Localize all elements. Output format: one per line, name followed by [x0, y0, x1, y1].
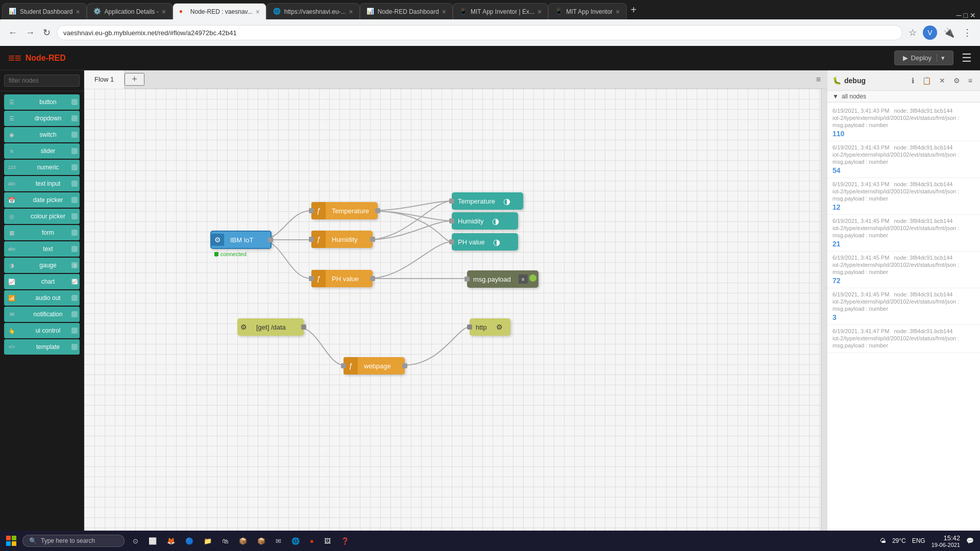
flow-canvas-container[interactable]: ⚙ IBM IoT ● connected ƒ Temperature — [84, 89, 827, 551]
sidebar-item-switch[interactable]: ◉ switch — [4, 127, 80, 142]
sidebar-item-template[interactable]: </> template — [4, 339, 80, 355]
tab-7-close[interactable]: × — [616, 8, 620, 16]
sidebar-item-notification[interactable]: ✉ notification — [4, 307, 80, 322]
taskbar-app-explorer[interactable]: 📁 — [200, 536, 216, 546]
sidebar-item-date-picker[interactable]: 📅 date picker — [4, 192, 80, 208]
flow-node-temperature-func[interactable]: ƒ Temperature — [311, 202, 378, 219]
debug-copy-button[interactable]: 📋 — [920, 75, 934, 86]
taskbar-app-dropbox[interactable]: 📦 — [235, 536, 251, 546]
profile-button[interactable]: V — [923, 26, 937, 40]
more-button[interactable]: ⋮ — [961, 25, 974, 40]
sidebar-item-chart[interactable]: 📈 chart 📈 — [4, 274, 80, 289]
reload-button[interactable]: ↻ — [41, 25, 53, 40]
ph-value-dash-input-port — [449, 239, 454, 244]
sidebar-item-numeric[interactable]: 123 numeric — [4, 160, 80, 175]
taskbar-app-chrome[interactable]: 🔵 — [181, 536, 198, 546]
new-tab-button[interactable]: + — [627, 4, 641, 16]
debug-entry-timestamp: 6/19/2021, 3:41:45 PM node: 3f84dc91.bcb… — [832, 291, 975, 297]
http-out-label: http — [470, 323, 493, 331]
add-flow-tab-button[interactable]: + — [125, 73, 144, 86]
browser-tab-7[interactable]: 📱 MIT App Inventor × — [548, 3, 626, 19]
debug-info-button[interactable]: ℹ — [909, 75, 917, 86]
flow-node-humidity-func[interactable]: ƒ Humidity — [311, 231, 373, 248]
tab-5-close[interactable]: × — [442, 8, 446, 16]
ph-value-dash-label: PH value — [452, 238, 491, 246]
flow-node-ph-value-dash[interactable]: PH value ◑ — [452, 233, 518, 251]
flow-node-temperature-dash[interactable]: Temperature ◑ — [452, 192, 523, 210]
sidebar-item-form[interactable]: ▦ form — [4, 225, 80, 240]
msg-payload-indicator — [529, 274, 536, 282]
sidebar-item-dropdown[interactable]: ☰ dropdown — [4, 111, 80, 126]
deploy-label: Deploy — [911, 54, 932, 62]
sidebar-item-button[interactable]: ☰ button — [4, 94, 80, 110]
sidebar-item-colour-picker[interactable]: ◎ colour picker — [4, 209, 80, 224]
maximize-button[interactable]: □ — [964, 11, 968, 19]
tab-7-title: MIT App Inventor — [566, 8, 612, 15]
debug-list-button[interactable]: ≡ — [966, 75, 975, 86]
browser-tab-1[interactable]: 📊 Student Dashboard × — [2, 3, 87, 19]
taskbar-app-edge[interactable]: 🌐 — [287, 536, 304, 546]
taskbar-app-cortana[interactable]: ⊙ — [129, 536, 142, 546]
flow-node-msg-payload[interactable]: msg.payload ≡ — [467, 270, 538, 288]
debug-filter-button[interactable]: ✕ — [937, 75, 948, 86]
taskbar-app-firefox[interactable]: 🦊 — [163, 536, 179, 546]
webpage-label: webpage — [358, 362, 397, 370]
browser-tab-2[interactable]: ⚙️ Application Details - × — [87, 3, 173, 19]
flow-scrollbar-vertical[interactable] — [821, 89, 827, 545]
notifications-icon[interactable]: 💬 — [966, 537, 974, 544]
weather-icon: 🌤 — [880, 537, 886, 544]
sidebar-item-gauge[interactable]: ◑ gauge ◑ — [4, 258, 80, 273]
start-button[interactable] — [0, 536, 22, 546]
humidity-func-label: Humidity — [326, 236, 364, 243]
flow-node-http-out[interactable]: http ⚙ — [470, 318, 510, 336]
tab-2-close[interactable]: × — [162, 8, 166, 16]
flow-node-humidity-dash[interactable]: Humidity ◑ — [452, 212, 518, 230]
taskbar-app-store[interactable]: 🛍 — [218, 536, 233, 546]
flow-tab-1[interactable]: Flow 1 — [84, 70, 125, 89]
flow-tab-list-button[interactable]: ≡ — [810, 75, 827, 84]
flow-node-ibm-iot[interactable]: ⚙ IBM IoT ● connected — [210, 231, 272, 249]
taskbar-app-taskview[interactable]: ⬜ — [144, 536, 161, 546]
sidebar-item-ui-control[interactable]: 👆 ui control — [4, 323, 80, 338]
sidebar-item-text[interactable]: abc text — [4, 241, 80, 257]
slider-node-label: slider — [19, 147, 77, 155]
hamburger-menu[interactable]: ☰ — [962, 52, 972, 65]
flow-node-get-data[interactable]: ⚙ [get] /data — [237, 318, 304, 336]
taskbar-app-red[interactable]: ● — [306, 536, 318, 546]
sidebar-item-audio-out[interactable]: 📶 audio out — [4, 290, 80, 306]
gauge-node-handle: ◑ — [71, 262, 78, 268]
forward-button[interactable]: → — [23, 26, 37, 40]
address-bar[interactable]: vaeshnavi.eu-gb.mybluemix.net/red/#flow/… — [57, 25, 902, 40]
browser-tab-4[interactable]: 🌐 https://vaeshnavi.eu-... × — [266, 3, 360, 19]
flow-node-webpage[interactable]: ƒ webpage — [344, 357, 405, 374]
tab-1-close[interactable]: × — [76, 8, 80, 16]
flow-canvas[interactable]: ⚙ IBM IoT ● connected ƒ Temperature — [84, 89, 827, 551]
close-window-button[interactable]: ✕ — [970, 11, 976, 19]
sidebar-item-slider[interactable]: ≡ slider — [4, 143, 80, 159]
taskbar-app-photos[interactable]: 🖼 — [320, 536, 335, 546]
taskbar-search[interactable]: 🔍 Type here to search — [22, 535, 125, 547]
text-node-icon: abc — [7, 244, 16, 254]
taskbar-app-amazon[interactable]: 📦 — [253, 536, 270, 546]
sidebar-item-text-input[interactable]: abc text input — [4, 176, 80, 191]
bookmark-button[interactable]: ☆ — [906, 25, 919, 40]
taskbar-clock[interactable]: 15:42 19-06-2021 — [932, 534, 960, 548]
extensions-button[interactable]: 🔌 — [941, 25, 957, 40]
deploy-button[interactable]: ▶ Deploy ▾ — [894, 51, 953, 65]
flow-node-ph-value-func[interactable]: ƒ PH value — [311, 270, 373, 287]
back-button[interactable]: ← — [6, 26, 19, 40]
deploy-dropdown[interactable]: ▾ — [937, 54, 945, 62]
tab-6-close[interactable]: × — [537, 8, 542, 16]
taskbar-app-mail[interactable]: ✉ — [272, 536, 285, 546]
debug-entry-timestamp: 6/19/2021, 3:41:43 PM node: 3f84dc91.bcb… — [832, 181, 975, 187]
filter-nodes-input[interactable] — [4, 74, 80, 87]
debug-settings-button[interactable]: ⚙ — [951, 75, 963, 86]
app: ≡≡ Node-RED ▶ Deploy ▾ ☰ ☰ button — [0, 46, 980, 551]
taskbar-app-help[interactable]: ❓ — [337, 536, 353, 546]
browser-tab-6[interactable]: 📱 MIT App Inventor | Ex... × — [453, 3, 548, 19]
minimize-button[interactable]: ─ — [957, 11, 962, 19]
tab-3-close[interactable]: × — [256, 8, 260, 16]
browser-tab-5[interactable]: 📊 Node-RED Dashboard × — [360, 3, 453, 19]
browser-tab-3[interactable]: ● Node-RED : vaesnav... × — [173, 3, 266, 19]
tab-4-close[interactable]: × — [349, 8, 353, 16]
